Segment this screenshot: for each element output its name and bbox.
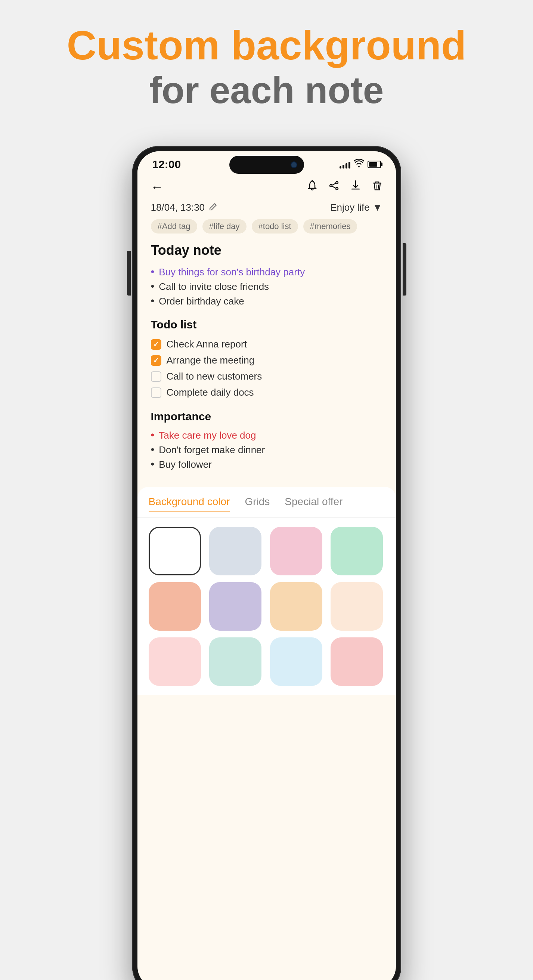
phone-screen: 12:00: [137, 151, 396, 980]
phone-outer: 12:00: [132, 146, 401, 980]
checkbox-2[interactable]: [151, 371, 161, 382]
dropdown-icon: ▼: [373, 202, 382, 213]
importance-section-title: Importance: [151, 410, 382, 423]
color-grid: [137, 518, 396, 695]
battery-fill: [369, 162, 377, 167]
note-meta: 18/04, 13:30 Enjoy life ▼: [137, 198, 396, 216]
bullet-item-0: Buy things for son's birthday party: [151, 265, 382, 280]
todo-item-3[interactable]: Complete daily docs: [151, 385, 382, 401]
bullet-item-1: Call to invite close friends: [151, 280, 382, 294]
headline-section: Custom background for each note: [0, 0, 533, 124]
camera-dot: [291, 161, 297, 168]
svg-line-4: [332, 183, 336, 185]
color-swatch-10[interactable]: [270, 637, 322, 686]
note-date: 18/04, 13:30: [151, 202, 218, 213]
color-swatch-3[interactable]: [331, 527, 383, 575]
edit-icon[interactable]: [209, 202, 217, 213]
status-bar: 12:00: [137, 151, 396, 175]
color-swatch-5[interactable]: [209, 582, 261, 631]
bullet-list: Buy things for son's birthday party Call…: [151, 265, 382, 309]
svg-line-5: [332, 186, 336, 188]
color-swatch-4[interactable]: [149, 582, 201, 631]
status-time: 12:00: [153, 158, 181, 171]
bottom-panel: Background color Grids Special offer: [137, 487, 396, 695]
svg-point-1: [336, 181, 338, 184]
todo-section-title: Todo list: [151, 318, 382, 331]
svg-point-2: [330, 185, 332, 187]
bullet-item-2: Order birthday cake: [151, 294, 382, 309]
status-icons: [339, 159, 381, 170]
headline-line2: for each note: [22, 68, 511, 113]
color-swatch-7[interactable]: [331, 582, 383, 631]
headline-line1: Custom background: [22, 22, 511, 68]
checkbox-0[interactable]: [151, 339, 161, 350]
tag-life[interactable]: #life day: [202, 219, 247, 234]
color-swatch-8[interactable]: [149, 637, 201, 686]
checkbox-3[interactable]: [151, 387, 161, 398]
camera-island: [229, 156, 304, 174]
tag-memories[interactable]: #memories: [303, 219, 358, 234]
importance-item-2: Buy follower: [151, 457, 382, 472]
todo-list: Check Anna report Arrange the meeting Ca…: [151, 336, 382, 401]
share-icon[interactable]: [329, 180, 339, 194]
wifi-icon: [354, 159, 364, 170]
bell-icon[interactable]: [307, 180, 318, 194]
importance-item-1: Don't forget make dinner: [151, 443, 382, 457]
tab-background-color[interactable]: Background color: [149, 496, 230, 512]
importance-list: Take care my love dog Don't forget make …: [151, 428, 382, 472]
color-swatch-2[interactable]: [270, 527, 322, 575]
nav-actions: [307, 180, 382, 194]
color-swatch-11[interactable]: [331, 637, 383, 686]
color-swatch-1[interactable]: [209, 527, 261, 575]
todo-item-2[interactable]: Call to new customers: [151, 368, 382, 385]
tag-add[interactable]: #Add tag: [151, 219, 197, 234]
color-swatch-6[interactable]: [270, 582, 322, 631]
svg-point-3: [336, 188, 338, 190]
phone-wrapper: 12:00: [132, 146, 401, 980]
nav-bar: ←: [137, 175, 396, 198]
color-swatch-9[interactable]: [209, 637, 261, 686]
tag-todo[interactable]: #todo list: [252, 219, 298, 234]
color-swatch-0[interactable]: [149, 527, 201, 575]
folder-label[interactable]: Enjoy life ▼: [330, 202, 382, 213]
delete-icon[interactable]: [372, 180, 382, 194]
download-icon[interactable]: [350, 180, 361, 194]
importance-item-0: Take care my love dog: [151, 428, 382, 443]
todo-item-1[interactable]: Arrange the meeting: [151, 352, 382, 368]
svg-point-0: [312, 180, 313, 181]
note-content: Today note Buy things for son's birthday…: [137, 239, 396, 476]
note-title: Today note: [151, 242, 382, 258]
tab-grids[interactable]: Grids: [245, 496, 270, 512]
todo-item-0[interactable]: Check Anna report: [151, 336, 382, 352]
tags-row: #Add tag #life day #todo list #memories: [137, 216, 396, 239]
signal-bars: [339, 160, 350, 169]
tab-special-offer[interactable]: Special offer: [285, 496, 342, 512]
panel-tabs: Background color Grids Special offer: [137, 487, 396, 518]
back-button[interactable]: ←: [151, 180, 164, 194]
battery-icon: [368, 161, 381, 168]
checkbox-1[interactable]: [151, 355, 161, 366]
